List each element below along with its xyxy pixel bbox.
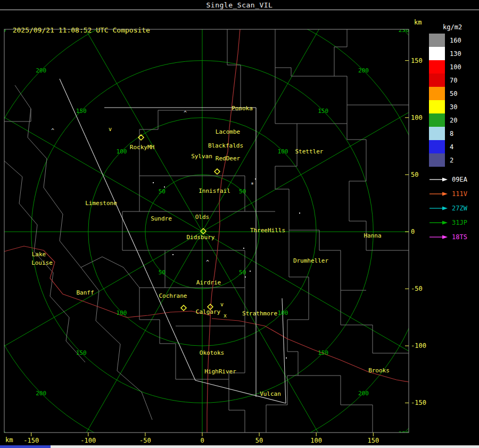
x-axis-tick-label: -100 [80,437,96,444]
y-axis-tick-label: 100 [411,114,423,121]
map-mark: * [251,182,254,188]
city-label: Stettler [295,148,324,155]
city-label: Louise [31,259,53,266]
radar-map[interactable]: 5050505010010010010015015015015020020020… [0,0,479,448]
town-dot [299,213,300,214]
radar-site-marker [181,305,186,311]
city-label: Ponoka [232,105,253,112]
city-label: RedDeer [216,155,241,162]
legend-level-value: 70 [450,77,457,84]
city-label: RockyMH [130,144,154,151]
legend-level-value: 50 [450,90,457,97]
legend-level-row: 100 [429,60,479,74]
horizontal-scrollbar-thumb[interactable] [0,445,479,448]
city-label: Brooks [368,367,390,374]
legend-level-value: 20 [450,117,457,124]
y-axis-tick-label: 150 [411,57,423,64]
legend-level-value: 100 [450,63,461,71]
radar-arrow-icon [429,177,448,182]
legend-color-swatch [429,127,445,140]
city-label: HighRiver [204,368,236,375]
city-label: Limestone [85,200,117,207]
legend-level-row: 160 [429,34,479,47]
horizontal-scrollbar-track[interactable] [0,445,51,448]
radar-arrow-icon [429,220,448,225]
map-mark: ^ [184,110,187,116]
radar-arrow-icon [429,206,448,211]
x-axis-tick-label: 0 [200,437,204,444]
city-label: Sylvan [191,153,212,160]
legend-color-swatch [429,60,445,74]
city-label: Strathmore [242,310,277,317]
range-ring-label: 250 [399,27,409,34]
x-axis-tick-label: 100 [310,437,322,444]
city-label: Didsbury [187,234,215,241]
range-ring-label: 250 [399,430,409,437]
map-mark: v [220,302,224,307]
x-axis-tick-label: 50 [255,437,263,444]
range-ring-label: 150 [318,108,328,115]
y-axis-tick-label: -150 [411,399,426,406]
city-label: Blackfalds [208,142,243,149]
radar-site-row: 09EA [429,172,479,186]
range-ring-label: 200 [358,67,369,74]
legend-color-swatch [429,47,445,60]
range-ring-label: 100 [278,148,288,155]
range-ring-label: 50 [239,269,246,276]
x-axis-tick-label: 150 [367,437,379,444]
town-dot [245,276,246,278]
town-dot [172,254,174,255]
radar-site-id: 27ZW [452,205,467,212]
range-ring-label: 150 [76,349,87,356]
legend-level-value: 160 [450,37,461,44]
azimuth-spoke [0,232,202,381]
legend-level-row: 70 [429,74,479,87]
legend-color-swatch [429,140,445,153]
legend-color-scale: 16013010070503020842 [429,34,479,167]
map-mark: v [109,126,112,132]
x-axis-tick-label: -50 [139,437,151,444]
range-rings [0,0,479,448]
azimuth-spokes [0,0,479,448]
legend-level-row: 2 [429,153,479,167]
range-ring-label: 50 [159,269,166,276]
legend-color-swatch [429,74,445,87]
radar-site-row: 111V [429,186,479,201]
radar-site-row: 27ZW [429,201,479,215]
azimuth-spoke [202,232,351,448]
legend-level-row: 130 [429,47,479,60]
x-axis-tick-label: -150 [23,437,39,444]
city-label: Lake [32,251,46,258]
legend-level-value: 8 [450,130,453,137]
city-label: Lacombe [216,128,240,135]
legend-level-value: 4 [450,143,453,151]
map-mark: x [224,313,227,319]
radar-site-id: 18TS [452,233,467,241]
azimuth-spoke [0,83,202,232]
town-dot [255,178,256,180]
legend-panel: kg/m2 16013010070503020842 09EA111V27ZW3… [429,23,479,244]
range-ring-label: 200 [358,390,369,397]
range-ring-label: 100 [117,148,127,155]
range-ring [0,0,479,448]
radar-scan-outline [60,79,286,403]
town-dot [286,357,287,359]
y-axis-tick-label: -100 [411,342,426,349]
range-ring-label: 50 [239,188,246,195]
radar-site-row: 18TS [429,230,479,244]
range-ring-label: 200 [36,390,46,397]
city-label: Olds [195,214,210,221]
radar-site-marker [214,169,220,174]
azimuth-spoke [53,232,202,448]
radar-site-id: 09EA [452,176,467,183]
range-ring-label: 150 [76,108,87,115]
city-label: Innisfail [199,188,230,194]
town-dot [250,271,251,272]
radar-site-id: 31JP [452,219,467,226]
radar-site-id: 111V [452,190,467,198]
legend-color-swatch [429,100,445,113]
radar-site-row: 31JP [429,215,479,230]
radar-site-legend: 09EA111V27ZW31JP18TS [429,172,479,244]
map-mark: ^ [51,128,54,134]
city-label: Cochrane [159,292,187,299]
